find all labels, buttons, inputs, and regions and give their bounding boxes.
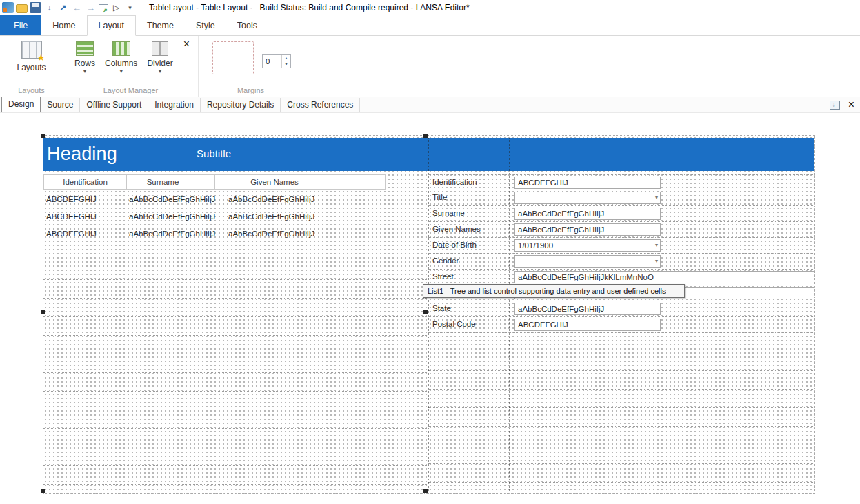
combo-caret-icon[interactable]: ▾	[655, 258, 658, 264]
cell-surname: aAbBcCdDeEfFgGhHiIjJ	[129, 225, 215, 243]
column-header-blank[interactable]	[199, 175, 215, 189]
control-tooltip: List1 - Tree and list control supporting…	[423, 284, 685, 298]
spin-down-icon[interactable]: ▾	[282, 61, 290, 68]
selection-handle[interactable]	[41, 310, 45, 314]
tab-tools[interactable]: Tools	[226, 15, 268, 35]
tab-home[interactable]: Home	[41, 15, 86, 35]
selection-handle[interactable]	[41, 134, 45, 138]
row-boundary-line	[428, 407, 814, 408]
float-window-icon[interactable]: ↗	[99, 4, 108, 12]
forward-icon[interactable]: →	[85, 2, 97, 13]
layouts-group-label: Layouts	[0, 86, 63, 94]
street-label: Street	[432, 272, 454, 281]
tab-style[interactable]: Style	[185, 15, 226, 35]
ribbon-body: ★ Layouts Layouts Rows ▾ Columns ▾ Divid…	[0, 36, 860, 97]
form-row-surname: Surname aAbBcCdDeEfFgGhHiIjJ	[428, 206, 814, 222]
check-in-icon[interactable]: ↓	[43, 2, 55, 13]
save-icon[interactable]	[30, 2, 41, 13]
divider-dropdown-icon[interactable]: ▾	[159, 69, 161, 74]
columns-button[interactable]: Columns ▾	[105, 41, 137, 74]
app-logo-icon	[2, 2, 14, 13]
row-boundary-line	[43, 274, 428, 274]
layouts-button[interactable]: ★ Layouts	[10, 41, 54, 72]
layouts-icon: ★	[21, 41, 42, 59]
open-icon[interactable]	[16, 4, 28, 13]
cell-identification: ABCDEFGHIJ	[46, 225, 97, 243]
table-layout-surface[interactable]: Heading Subtitle Identification Surname …	[43, 135, 815, 494]
list-row[interactable]: ABCDEFGHIJ aAbBcCdDeEfFgGhHiIjJ aAbBcCdD…	[43, 208, 428, 225]
rows-dropdown-icon[interactable]: ▾	[83, 69, 86, 74]
cell-surname: aAbBcCdDeEfFgGhHiIjJ	[129, 208, 215, 225]
row-boundary-line	[428, 352, 814, 352]
divider-button[interactable]: Divider ▾	[147, 41, 172, 74]
gender-combo[interactable]: ▾	[514, 255, 661, 268]
combo-caret-icon[interactable]: ▾	[655, 242, 658, 248]
toolbar-overflow-icon[interactable]: ▾	[124, 2, 136, 13]
layouts-button-label: Layouts	[17, 63, 46, 72]
column-header-given-names[interactable]: Given Names	[215, 175, 334, 189]
deliver-icon[interactable]: ↗	[57, 2, 69, 13]
rows-icon	[76, 41, 94, 56]
column-header-surname[interactable]: Surname	[127, 175, 199, 189]
date-of-birth-label: Date of Birth	[432, 241, 477, 249]
header-band[interactable]: Heading Subtitle	[43, 138, 814, 171]
float-pane-icon[interactable]: ↓	[830, 101, 840, 110]
identification-input[interactable]: ABCDEFGHIJ	[514, 177, 661, 189]
tab-integration[interactable]: Integration	[148, 98, 201, 112]
rows-button[interactable]: Rows ▾	[74, 41, 95, 74]
run-icon[interactable]: ▷	[110, 2, 122, 13]
row-boundary-line	[43, 248, 428, 248]
tab-offline-support[interactable]: Offline Support	[80, 98, 148, 112]
tab-theme[interactable]: Theme	[136, 15, 185, 35]
back-icon[interactable]: ←	[71, 2, 83, 13]
row-boundary-line	[43, 447, 428, 447]
cell-identification: ABCDEFGHIJ	[46, 191, 97, 208]
row-boundary-line	[43, 279, 428, 280]
spin-up-icon[interactable]: ▴	[282, 55, 290, 61]
row-boundary-line	[43, 316, 428, 317]
column-header-identification[interactable]: Identification	[44, 175, 127, 189]
margin-spinner[interactable]: 0 ▴ ▾	[262, 54, 291, 68]
date-of-birth-combo[interactable]: 1/01/1900▾	[514, 239, 661, 252]
tab-design[interactable]: Design	[1, 97, 41, 112]
tab-source[interactable]: Source	[41, 98, 80, 112]
postal-code-input[interactable]: ABCDEFGHIJ	[514, 319, 661, 331]
column-header-blank[interactable]	[334, 175, 385, 189]
title-combo[interactable]: ▾	[514, 192, 661, 204]
selection-handle[interactable]	[423, 489, 428, 493]
form-row-identification: Identification ABCDEFGHIJ	[428, 174, 814, 190]
tab-repository-details[interactable]: Repository Details	[201, 98, 281, 112]
given-names-input[interactable]: aAbBcCdDeEfFgGhHiIjJ	[514, 223, 661, 236]
list-row[interactable]: ABCDEFGHIJ aAbBcCdDeEfFgGhHiIjJ aAbBcCdD…	[43, 191, 428, 208]
rows-button-label: Rows	[74, 59, 95, 68]
row-boundary-line	[43, 354, 428, 354]
selection-handle[interactable]	[41, 489, 45, 493]
list-row[interactable]: ABCDEFGHIJ aAbBcCdDeEfFgGhHiIjJ aAbBcCdD…	[43, 225, 428, 243]
subtitle-text[interactable]: Subtitle	[197, 148, 231, 159]
combo-caret-icon[interactable]: ▾	[655, 194, 658, 201]
ribbon-group-layout-manager: Rows ▾ Columns ▾ Divider ▾ × Layout Mana…	[63, 36, 199, 97]
tab-cross-references[interactable]: Cross References	[281, 98, 360, 112]
columns-dropdown-icon[interactable]: ▾	[120, 69, 123, 74]
street-input[interactable]: aAbBcCdDeEfFgGhHiIjJkKlLmMnNoO	[514, 271, 814, 283]
selection-handle[interactable]	[423, 310, 428, 314]
row-boundary-line	[428, 445, 814, 445]
selection-handle[interactable]	[423, 134, 428, 138]
state-input[interactable]: aAbBcCdDeEfFgGhHiIjJ	[514, 303, 661, 315]
document-tab-strip: Design Source Offline Support Integratio…	[0, 97, 860, 113]
delete-layout-icon[interactable]: ×	[183, 39, 190, 50]
close-pane-icon[interactable]: ×	[848, 99, 854, 110]
divider-button-label: Divider	[147, 59, 172, 68]
form-row-state: State aAbBcCdDeEfFgGhHiIjJ	[428, 301, 814, 317]
heading-text[interactable]: Heading	[47, 143, 117, 165]
title-label: Title	[432, 193, 447, 201]
form-row-given-names: Given Names aAbBcCdDeEfFgGhHiIjJ	[428, 222, 814, 238]
margin-spinner-value: 0	[263, 55, 281, 68]
cell-surname: aAbBcCdDeEfFgGhHiIjJ	[129, 191, 215, 208]
cell-given-names: aAbBcCdDeEfFgGhHiIjJ	[228, 191, 314, 208]
row-boundary-line	[43, 484, 428, 485]
surname-input[interactable]: aAbBcCdDeEfFgGhHiIjJ	[514, 208, 661, 220]
tab-layout[interactable]: Layout	[87, 15, 137, 36]
tab-file[interactable]: File	[0, 15, 41, 35]
form-row-title: Title ▾	[428, 190, 814, 206]
